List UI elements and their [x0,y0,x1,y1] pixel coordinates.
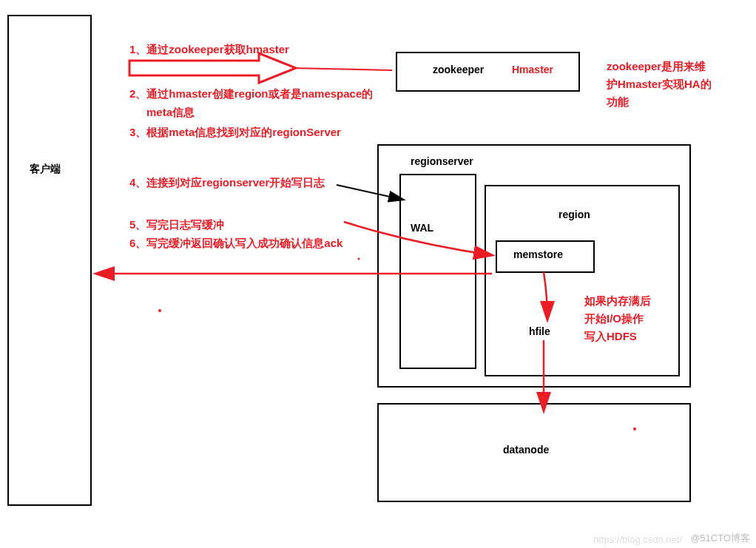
svg-point-0 [158,309,161,312]
step-6: 6、写完缓冲返回确认写入成功确认信息ack [129,237,342,251]
step-2-line2: meta信息 [146,106,195,120]
region-label: region [558,209,590,220]
memstore-label: memstore [513,248,563,260]
watermark-brand: @51CTO博客 [690,532,750,545]
zookeeper-label: zookeeper [433,64,484,75]
hmaster-label: Hmaster [512,64,553,75]
step-5: 5、写完日志写缓冲 [129,218,224,232]
memory-note-line2: 开始I/O操作 [584,310,651,328]
step-3: 3、根据meta信息找到对应的regionServer [129,126,341,140]
arrow-step1-tail [292,68,392,70]
arrow-step1 [129,53,296,83]
hfile-label: hfile [529,325,550,337]
client-label: 客户端 [30,163,61,176]
watermark-url: https://blog.csdn.net/ [593,534,682,545]
memory-note: 如果内存满后 开始I/O操作 写入HDFS [584,292,651,345]
zookeeper-note-line2: 护Hmaster实现HA的 [607,75,712,93]
svg-point-1 [358,258,360,260]
memory-note-line1: 如果内存满后 [584,292,651,310]
zookeeper-note-line1: zookeeper是用来维 [607,58,712,75]
zookeeper-note-line3: 功能 [607,93,712,111]
datanode-label: datanode [503,444,549,456]
wal-box [399,174,476,369]
memory-note-line3: 写入HDFS [584,328,651,345]
wal-label: WAL [411,222,433,234]
zookeeper-note: zookeeper是用来维 护Hmaster实现HA的 功能 [607,58,712,111]
client-box [7,15,92,506]
regionserver-label: regionserver [411,155,473,167]
step-1: 1、通过zookeeper获取hmaster [129,43,289,57]
step-2-line1: 2、通过hmaster创建region或者是namespace的 [129,87,373,101]
step-4: 4、连接到对应regionserver开始写日志 [129,176,325,190]
